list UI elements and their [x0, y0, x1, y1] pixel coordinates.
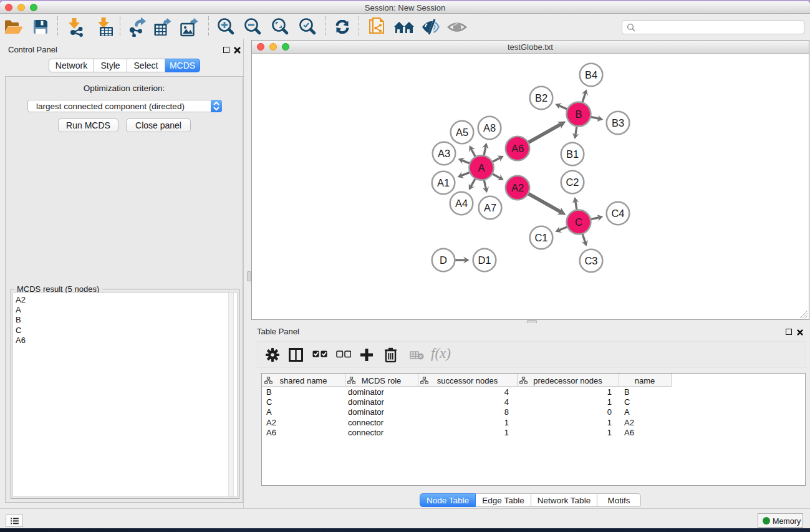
svg-text:A8: A8 [483, 122, 496, 133]
svg-text:A5: A5 [456, 127, 468, 138]
svg-text:B4: B4 [585, 69, 597, 80]
svg-text:C1: C1 [534, 232, 547, 243]
svg-text:A1: A1 [437, 177, 450, 188]
svg-text:A7: A7 [484, 202, 496, 213]
svg-text:B3: B3 [612, 117, 624, 128]
svg-text:C2: C2 [566, 177, 579, 188]
svg-text:D: D [440, 254, 447, 266]
svg-text:A2: A2 [511, 182, 524, 193]
svg-text:A3: A3 [438, 148, 450, 159]
svg-text:B1: B1 [566, 148, 579, 160]
svg-text:C: C [575, 216, 582, 228]
svg-text:A: A [478, 162, 485, 173]
svg-text:B: B [575, 109, 582, 120]
svg-text:B2: B2 [535, 92, 547, 104]
svg-text:A6: A6 [511, 143, 524, 154]
svg-text:C4: C4 [611, 208, 624, 219]
svg-text:A4: A4 [455, 198, 468, 209]
svg-text:D1: D1 [478, 254, 491, 266]
svg-text:C3: C3 [584, 255, 597, 266]
